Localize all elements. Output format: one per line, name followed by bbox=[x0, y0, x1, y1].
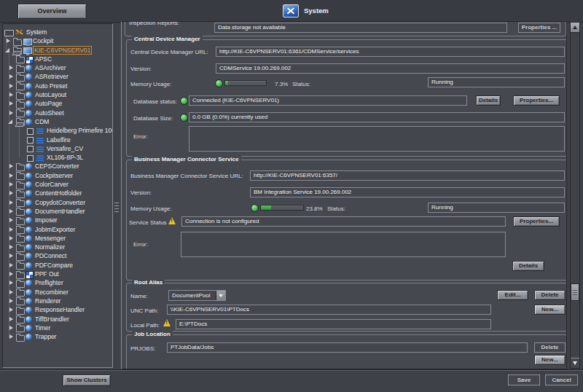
tree-item[interactable]: DocumentHandler bbox=[3, 207, 112, 216]
tree-item[interactable]: System bbox=[3, 28, 112, 36]
tree-item[interactable]: ColorCarver bbox=[3, 180, 112, 189]
expand-arrow-icon[interactable] bbox=[9, 200, 13, 205]
tree-item[interactable]: Versafire_CV bbox=[3, 144, 112, 153]
tree-item[interactable]: CopydotConverter bbox=[3, 198, 112, 207]
expand-arrow-icon[interactable] bbox=[7, 39, 10, 43]
tree-item[interactable]: KIE-C6VPNSERV01 bbox=[3, 46, 112, 55]
bmcs-properties-button[interactable]: Properties... bbox=[513, 216, 560, 227]
device-checkbox[interactable] bbox=[27, 146, 34, 152]
expand-arrow-icon[interactable] bbox=[9, 245, 13, 249]
device-checkbox[interactable] bbox=[27, 155, 34, 162]
tree-item[interactable]: AutoLayout bbox=[3, 90, 112, 99]
tree-item[interactable]: Timer bbox=[3, 324, 112, 332]
tree-item[interactable]: Renderer bbox=[3, 297, 112, 305]
tree-item[interactable]: ASArchiver bbox=[3, 63, 112, 72]
tree-item[interactable]: Auto Preset bbox=[3, 82, 112, 90]
tree-item[interactable]: TiffBHandler bbox=[3, 315, 112, 324]
job-location-delete-button[interactable]: Delete bbox=[534, 342, 566, 353]
expand-arrow-icon[interactable] bbox=[9, 173, 13, 178]
job-location-prjobs-value[interactable]: PTJobData/Jobs bbox=[167, 342, 528, 353]
expand-arrow-icon[interactable] bbox=[9, 227, 13, 232]
vertical-scrollbar[interactable] bbox=[570, 22, 580, 369]
expand-arrow-icon[interactable] bbox=[9, 191, 13, 195]
tree-item[interactable]: PDConnect bbox=[3, 251, 112, 260]
root-alias-unc-value[interactable]: \\KIE-C6VPNSERV01\PTDocs bbox=[167, 305, 491, 315]
root-alias-delete-button[interactable]: Delete bbox=[534, 290, 566, 300]
expand-arrow-icon[interactable] bbox=[9, 182, 13, 187]
tree-item-label: APSC bbox=[35, 55, 52, 63]
collapse-arrow-icon[interactable] bbox=[5, 48, 9, 52]
monitor-icon bbox=[23, 39, 32, 45]
expand-arrow-icon[interactable] bbox=[9, 84, 13, 88]
expand-arrow-icon[interactable] bbox=[9, 74, 13, 79]
cancel-button[interactable]: Cancel bbox=[545, 375, 578, 385]
tree-item[interactable]: ContentHotfolder bbox=[3, 189, 112, 197]
tree-item[interactable]: JobImExporter bbox=[3, 225, 112, 234]
scrollbar-thumb[interactable] bbox=[571, 283, 579, 301]
root-alias-local-value[interactable]: E:\PTDocs bbox=[176, 319, 491, 329]
folder-icon bbox=[16, 119, 25, 126]
cdm-db-properties-button[interactable]: Properties... bbox=[513, 95, 560, 106]
tree-item[interactable]: ResponseHandler bbox=[3, 305, 112, 314]
tree-item[interactable]: PDFCompare bbox=[3, 261, 112, 270]
expand-arrow-icon[interactable] bbox=[9, 101, 13, 106]
folder-icon bbox=[13, 48, 22, 55]
cdm-db-details-button[interactable]: Details bbox=[476, 95, 501, 106]
expand-arrow-icon[interactable] bbox=[9, 272, 13, 276]
tree-item[interactable]: APSC bbox=[3, 55, 112, 63]
tree-item[interactable]: Imposer bbox=[3, 216, 112, 224]
root-alias-new-button[interactable]: New... bbox=[534, 305, 566, 315]
tree-item[interactable]: PPF Out bbox=[3, 270, 112, 278]
show-clusters-button[interactable]: Show Clusters bbox=[63, 375, 111, 386]
collapse-arrow-icon[interactable] bbox=[8, 119, 12, 124]
root-alias-edit-button[interactable]: Edit... bbox=[497, 290, 528, 300]
inspection-properties-button[interactable]: Properties ... bbox=[518, 23, 560, 33]
root-alias-name-select[interactable]: DocumentPool bbox=[168, 290, 226, 301]
scroll-up-icon[interactable] bbox=[571, 23, 579, 33]
save-button[interactable]: Save bbox=[508, 375, 540, 385]
expand-arrow-icon[interactable] bbox=[9, 66, 13, 70]
expand-arrow-icon[interactable] bbox=[9, 299, 13, 303]
tree-item[interactable]: Preflighter bbox=[3, 278, 112, 287]
tree-item[interactable]: XL106-8P-3L bbox=[3, 153, 112, 162]
expand-arrow-icon[interactable] bbox=[9, 93, 13, 97]
job-location-new-button[interactable]: New... bbox=[534, 355, 566, 365]
expand-arrow-icon[interactable] bbox=[9, 326, 13, 330]
expand-arrow-icon[interactable] bbox=[9, 317, 13, 321]
tree-item[interactable]: ASRetriever bbox=[3, 72, 112, 81]
expand-arrow-icon[interactable] bbox=[9, 254, 13, 258]
tree-item[interactable]: AutoPage bbox=[3, 99, 112, 108]
device-checkbox[interactable] bbox=[27, 137, 34, 144]
root-folder-icon[interactable] bbox=[4, 30, 14, 36]
expand-arrow-icon[interactable] bbox=[9, 290, 13, 294]
tree-item[interactable]: Normalizer bbox=[3, 243, 112, 251]
device-checkbox[interactable] bbox=[27, 128, 34, 135]
expand-arrow-icon[interactable] bbox=[9, 334, 13, 339]
tree-item[interactable]: Messenger bbox=[3, 234, 112, 243]
tree-item[interactable]: Recombiner bbox=[3, 288, 112, 297]
tree-item[interactable]: Labelfire bbox=[3, 136, 112, 144]
tree-item[interactable]: AutoSheet bbox=[3, 109, 112, 117]
overview-button[interactable]: Overview bbox=[17, 4, 87, 19]
expand-arrow-icon[interactable] bbox=[9, 209, 13, 213]
folder-icon bbox=[16, 75, 25, 82]
tree-item[interactable]: Heidelberg Primefire 106 bbox=[3, 126, 112, 135]
expand-arrow-icon[interactable] bbox=[9, 111, 13, 115]
tree-item[interactable]: Trapper bbox=[3, 332, 112, 341]
expand-arrow-icon[interactable] bbox=[9, 263, 13, 267]
bmcs-details-button[interactable]: Details bbox=[512, 261, 544, 271]
tree-item[interactable]: Cockpitserver bbox=[3, 171, 112, 180]
expand-arrow-icon[interactable] bbox=[9, 218, 13, 222]
expand-arrow-icon[interactable] bbox=[9, 164, 13, 168]
folder-icon bbox=[16, 246, 25, 252]
expand-arrow-icon[interactable] bbox=[9, 281, 13, 285]
tree-item[interactable]: CDM bbox=[3, 117, 112, 126]
expand-arrow-icon[interactable] bbox=[9, 307, 13, 312]
tree-item[interactable]: CEPSConverter bbox=[3, 162, 112, 170]
splitter-handle[interactable] bbox=[114, 22, 120, 369]
scroll-down-icon[interactable] bbox=[571, 358, 579, 368]
expand-arrow-icon[interactable] bbox=[9, 236, 13, 240]
tree-item[interactable]: Cockpit bbox=[3, 36, 112, 45]
chevron-down-icon[interactable] bbox=[216, 291, 225, 300]
tree-item-label: Recombiner bbox=[35, 289, 69, 296]
